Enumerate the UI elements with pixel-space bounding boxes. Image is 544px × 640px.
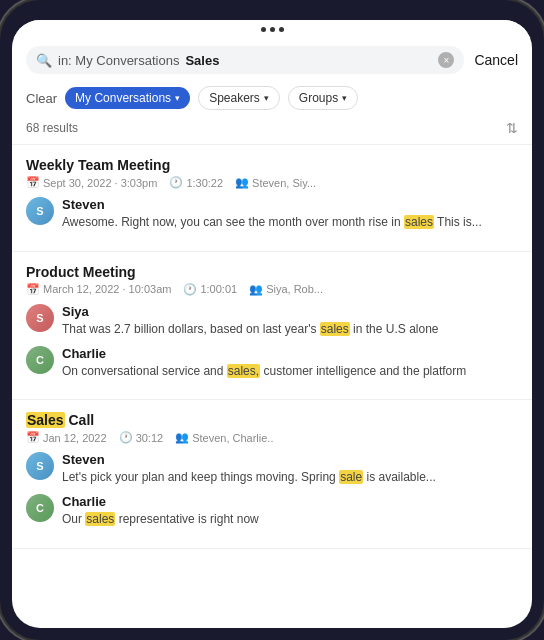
speaker-content: Steven Awesome. Right now, you can see t…	[62, 197, 518, 231]
results-count: 68 results	[26, 121, 78, 135]
avatar: S	[26, 304, 54, 332]
notch-dots	[261, 27, 284, 32]
highlight: sales	[85, 512, 115, 526]
avatar-initials: C	[26, 346, 54, 374]
calendar-icon: 📅	[26, 176, 40, 189]
speaker-name: Charlie	[62, 346, 518, 361]
meeting-participants: 👥 Siya, Rob...	[249, 283, 323, 296]
meeting-meta: 📅 March 12, 2022 · 10:03am 🕐 1:00:01 👥 S…	[26, 283, 518, 296]
notch-dot-2	[270, 27, 275, 32]
clear-filter-button[interactable]: Clear	[26, 91, 57, 106]
speaker-entry: C Charlie Our sales representative is ri…	[26, 494, 518, 528]
filter-chip-label: Groups	[299, 91, 338, 105]
meeting-title: Weekly Team Meeting	[26, 157, 518, 173]
meeting-date: 📅 March 12, 2022 · 10:03am	[26, 283, 171, 296]
speaker-name: Steven	[62, 452, 518, 467]
filter-chip-label: Speakers	[209, 91, 260, 105]
search-query-text: Sales	[185, 53, 219, 68]
filter-chip-my-conversations[interactable]: My Conversations ▾	[65, 87, 190, 109]
meeting-meta: 📅 Sept 30, 2022 · 3:03pm 🕐 1:30:22 👥 Ste…	[26, 176, 518, 189]
meeting-duration: 🕐 30:12	[119, 431, 164, 444]
people-icon: 👥	[175, 431, 189, 444]
filter-chip-speakers[interactable]: Speakers ▾	[198, 86, 280, 110]
meeting-group-product-meeting[interactable]: Product Meeting 📅 March 12, 2022 · 10:03…	[12, 252, 532, 401]
chevron-down-icon: ▾	[175, 93, 180, 103]
meeting-group-sales-call[interactable]: Sales Call 📅 Jan 12, 2022 🕐 30:12 👥	[12, 400, 532, 549]
meeting-participants: 👥 Steven, Siy...	[235, 176, 316, 189]
filter-chip-label: My Conversations	[75, 91, 171, 105]
speaker-content: Siya That was 2.7 billion dollars, based…	[62, 304, 518, 338]
meeting-date: 📅 Jan 12, 2022	[26, 431, 107, 444]
notch-bar	[12, 20, 532, 38]
speaker-entry: S Steven Let's pick your plan and keep t…	[26, 452, 518, 486]
filter-bar: Clear My Conversations ▾ Speakers ▾ Grou…	[12, 82, 532, 118]
speaker-content: Charlie Our sales representative is righ…	[62, 494, 518, 528]
speaker-text: Awesome. Right now, you can see the mont…	[62, 214, 518, 231]
speaker-text: Let's pick your plan and keep things mov…	[62, 469, 518, 486]
notch-dot-3	[279, 27, 284, 32]
device-frame: 🔍 in: My Conversations Sales × Cancel Cl…	[0, 0, 544, 640]
highlight: sales	[320, 322, 350, 336]
clock-icon: 🕐	[183, 283, 197, 296]
main-content: 🔍 in: My Conversations Sales × Cancel Cl…	[12, 38, 532, 628]
avatar: C	[26, 346, 54, 374]
chevron-down-icon: ▾	[264, 93, 269, 103]
filter-chip-groups[interactable]: Groups ▾	[288, 86, 358, 110]
avatar: S	[26, 197, 54, 225]
calendar-icon: 📅	[26, 283, 40, 296]
cancel-button[interactable]: Cancel	[474, 52, 518, 68]
meeting-duration: 🕐 1:00:01	[183, 283, 237, 296]
notch-dot-1	[261, 27, 266, 32]
clock-icon: 🕐	[169, 176, 183, 189]
speaker-text: On conversational service and sales, cus…	[62, 363, 518, 380]
title-highlight: Sales	[26, 412, 65, 428]
avatar-initials: S	[26, 197, 54, 225]
results-bar: 68 results ⇅	[12, 118, 532, 144]
highlight: sale	[339, 470, 363, 484]
meeting-participants: 👥 Steven, Charlie..	[175, 431, 273, 444]
search-input-area[interactable]: 🔍 in: My Conversations Sales ×	[26, 46, 464, 74]
meeting-title: Sales Call	[26, 412, 518, 428]
meeting-meta: 📅 Jan 12, 2022 🕐 30:12 👥 Steven, Charlie…	[26, 431, 518, 444]
meeting-group-weekly-team-meeting[interactable]: Weekly Team Meeting 📅 Sept 30, 2022 · 3:…	[12, 145, 532, 252]
speaker-name: Siya	[62, 304, 518, 319]
speaker-entry: S Steven Awesome. Right now, you can see…	[26, 197, 518, 231]
search-icon: 🔍	[36, 53, 52, 68]
meeting-duration: 🕐 1:30:22	[169, 176, 223, 189]
avatar: S	[26, 452, 54, 480]
speaker-text: Our sales representative is right now	[62, 511, 518, 528]
avatar-initials: C	[26, 494, 54, 522]
meeting-date: 📅 Sept 30, 2022 · 3:03pm	[26, 176, 157, 189]
avatar: C	[26, 494, 54, 522]
speaker-text: That was 2.7 billion dollars, based on l…	[62, 321, 518, 338]
speaker-entry: S Siya That was 2.7 billion dollars, bas…	[26, 304, 518, 338]
avatar-initials: S	[26, 304, 54, 332]
avatar-initials: S	[26, 452, 54, 480]
highlight: sales,	[227, 364, 260, 378]
calendar-icon: 📅	[26, 431, 40, 444]
search-clear-button[interactable]: ×	[438, 52, 454, 68]
chevron-down-icon: ▾	[342, 93, 347, 103]
speaker-entry: C Charlie On conversational service and …	[26, 346, 518, 380]
highlight: sales	[404, 215, 434, 229]
people-icon: 👥	[235, 176, 249, 189]
results-list[interactable]: Weekly Team Meeting 📅 Sept 30, 2022 · 3:…	[12, 145, 532, 620]
speaker-name: Steven	[62, 197, 518, 212]
meeting-title: Product Meeting	[26, 264, 518, 280]
people-icon: 👥	[249, 283, 263, 296]
screen: 🔍 in: My Conversations Sales × Cancel Cl…	[12, 20, 532, 628]
search-context-label: in: My Conversations	[58, 53, 179, 68]
speaker-name: Charlie	[62, 494, 518, 509]
sort-icon[interactable]: ⇅	[506, 120, 518, 136]
speaker-content: Charlie On conversational service and sa…	[62, 346, 518, 380]
speaker-content: Steven Let's pick your plan and keep thi…	[62, 452, 518, 486]
clock-icon: 🕐	[119, 431, 133, 444]
search-bar: 🔍 in: My Conversations Sales × Cancel	[12, 38, 532, 82]
